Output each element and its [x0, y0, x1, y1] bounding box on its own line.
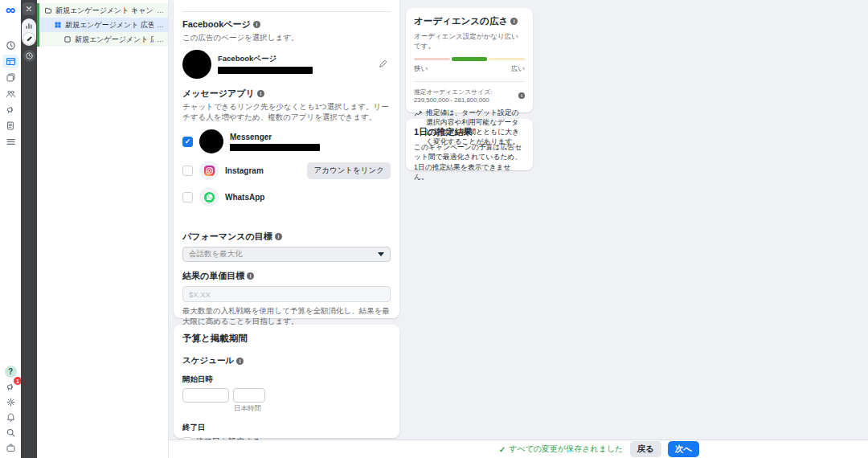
- info-icon[interactable]: i: [253, 21, 260, 28]
- info-icon[interactable]: i: [247, 272, 254, 280]
- start-datetime-inputs: [182, 388, 391, 403]
- info-icon[interactable]: i: [257, 90, 264, 97]
- whatsapp-checkbox[interactable]: [182, 192, 193, 202]
- account-overview-icon[interactable]: [2, 39, 18, 52]
- messenger-row: ✓ Messenger: [182, 129, 391, 153]
- messenger-checkbox[interactable]: ✓: [182, 137, 193, 147]
- audience-gauge: [414, 57, 525, 61]
- message-apps-description: チャットできるリンク先を少なくとも1つ選択します。リーチする人を増やすため、複数…: [182, 102, 391, 123]
- more-menu-icon[interactable]: …: [157, 6, 165, 14]
- wide-label: 広い: [511, 64, 525, 74]
- instagram-icon: [199, 161, 219, 180]
- more-menu-icon[interactable]: …: [157, 21, 165, 29]
- ads-settings-icon[interactable]: [2, 103, 18, 117]
- audience-size-card: オーディエンスの広さi オーディエンス設定がかなり広いです。 狭い 広い 推定オ…: [406, 8, 533, 112]
- gauge-segment-current: [452, 57, 488, 61]
- page-avatar: [182, 50, 211, 79]
- whatsapp-row: WhatsApp: [182, 187, 391, 207]
- campaigns-table-icon[interactable]: [2, 55, 18, 68]
- close-icon[interactable]: [23, 2, 35, 15]
- link-account-button[interactable]: アカウントをリンク: [307, 162, 391, 179]
- selected-page-row: Facebookページ: [182, 50, 391, 79]
- tree-item-label: 新規エンゲージメント 広告セット…: [65, 20, 154, 31]
- estimated-audience-size: 推定オーディエンスサイズ: 239,500,000 - 281,800,000i: [414, 88, 525, 104]
- schedule-heading: スケジュールi: [182, 355, 391, 366]
- performance-goal-select[interactable]: 会話数を最大化: [182, 247, 391, 262]
- save-status: ✓ すべての変更が保存されました: [499, 444, 624, 455]
- audience-status-text: オーディエンス設定がかなり広いです。: [414, 32, 525, 51]
- tree-item-label: 新規エンゲージメント キャンペーンと…: [55, 6, 154, 16]
- cost-per-result-input[interactable]: [182, 286, 391, 302]
- start-date-label: 開始日時: [182, 374, 391, 385]
- info-icon[interactable]: i: [518, 92, 525, 99]
- message-apps-heading: メッセージアプリi: [182, 88, 391, 100]
- instagram-label: Instagram: [225, 166, 264, 175]
- performance-goal-heading: パフォーマンスの目標i: [182, 231, 391, 243]
- history-clock-icon[interactable]: [23, 50, 35, 62]
- chevron-down-icon: [378, 252, 384, 256]
- edit-toolbar: [21, 0, 37, 458]
- audience-size-heading: オーディエンスの広さi: [414, 15, 525, 27]
- business-briefcase-icon[interactable]: [2, 441, 18, 455]
- edit-pencil-icon[interactable]: [23, 33, 35, 44]
- footer-bar: ✓ すべての変更が保存されました 戻る 次へ: [169, 440, 868, 458]
- narrow-label: 狭い: [414, 64, 428, 74]
- section-divider: [414, 81, 525, 82]
- timezone-caption: 日本時間: [234, 404, 391, 414]
- budget-schedule-card: 予算と掲載期間 スケジュールi 開始日時 日本時間 終了日 終了日を設定する: [174, 325, 399, 438]
- campaign-tree: 新規エンゲージメント キャンペーンと… … 新規エンゲージメント 広告セット… …: [37, 0, 169, 458]
- settings-gear-icon[interactable]: [2, 395, 18, 409]
- tree-item-ad[interactable]: 新規エンゲージメント 広告と推… …: [37, 32, 168, 47]
- ad-icon: [63, 35, 72, 43]
- daily-estimate-body: このキャンペーンの予算は広告セット間で最適化されているため、1日の推定結果を表示…: [414, 142, 525, 182]
- notifications-bell-icon[interactable]: [2, 411, 18, 424]
- tree-item-label: 新規エンゲージメント 広告と推…: [75, 35, 154, 45]
- gauge-labels: 狭い 広い: [414, 64, 525, 74]
- destination-card: Facebookページi この広告のページを選択します。 Facebookページ…: [174, 0, 399, 318]
- edit-page-pencil-icon[interactable]: [379, 59, 387, 68]
- more-menu-icon[interactable]: …: [157, 35, 165, 43]
- adset-edit-panel: Facebookページi この広告のページを選択します。 Facebookページ…: [169, 0, 400, 440]
- back-button[interactable]: 戻る: [630, 441, 661, 457]
- billing-icon[interactable]: [2, 119, 18, 133]
- left-nav-rail: ∞ ?: [0, 0, 21, 458]
- ads-reporting-icon[interactable]: [2, 71, 18, 84]
- charts-icon[interactable]: [23, 20, 35, 31]
- end-date-label: 終了日: [182, 423, 391, 433]
- rail-top-group: [2, 39, 18, 149]
- start-time-input[interactable]: [233, 388, 265, 403]
- messenger-label: Messenger: [230, 133, 320, 141]
- meta-logo[interactable]: ∞: [6, 3, 15, 18]
- whatsapp-icon: [199, 187, 219, 207]
- insights-panel: オーディエンスの広さi オーディエンス設定がかなり広いです。 狭い 広い 推定オ…: [406, 8, 533, 170]
- ads-manager-app: ∞ ?: [0, 0, 868, 458]
- edit-mode-pill: [22, 18, 36, 46]
- start-date-input[interactable]: [182, 388, 229, 403]
- adset-grid-icon: [54, 21, 62, 29]
- messenger-avatar: [199, 129, 223, 153]
- gauge-segment-narrow: [414, 58, 450, 60]
- whatsapp-label: WhatsApp: [225, 193, 264, 202]
- instagram-row: Instagram アカウントをリンク: [182, 161, 391, 180]
- updates-megaphone-icon[interactable]: 1: [2, 380, 18, 394]
- trend-chart-icon: [414, 109, 423, 118]
- all-tools-icon[interactable]: [2, 135, 18, 149]
- redacted-messenger-account: [230, 144, 320, 151]
- instagram-checkbox[interactable]: [182, 166, 193, 176]
- info-icon[interactable]: i: [236, 358, 244, 365]
- facebook-page-description: この広告のページを選択します。: [182, 33, 391, 43]
- tree-item-campaign[interactable]: 新規エンゲージメント キャンペーンと… …: [37, 3, 168, 18]
- info-icon[interactable]: i: [510, 18, 518, 25]
- info-icon[interactable]: i: [275, 233, 282, 240]
- gauge-segment-wide: [489, 58, 525, 60]
- check-icon: ✓: [499, 445, 506, 454]
- search-icon[interactable]: [2, 426, 18, 440]
- next-button[interactable]: 次へ: [668, 441, 699, 457]
- tree-item-adset[interactable]: 新規エンゲージメント 広告セット… …: [37, 18, 168, 32]
- budget-heading: 予算と掲載期間: [182, 333, 391, 345]
- page-name-label: Facebookページ: [218, 54, 313, 64]
- facebook-page-heading: Facebookページi: [182, 18, 391, 31]
- audiences-icon[interactable]: [2, 87, 18, 100]
- cost-per-result-heading: 結果の単価目標i: [182, 270, 391, 282]
- rail-bottom-group: ? 1: [2, 365, 18, 458]
